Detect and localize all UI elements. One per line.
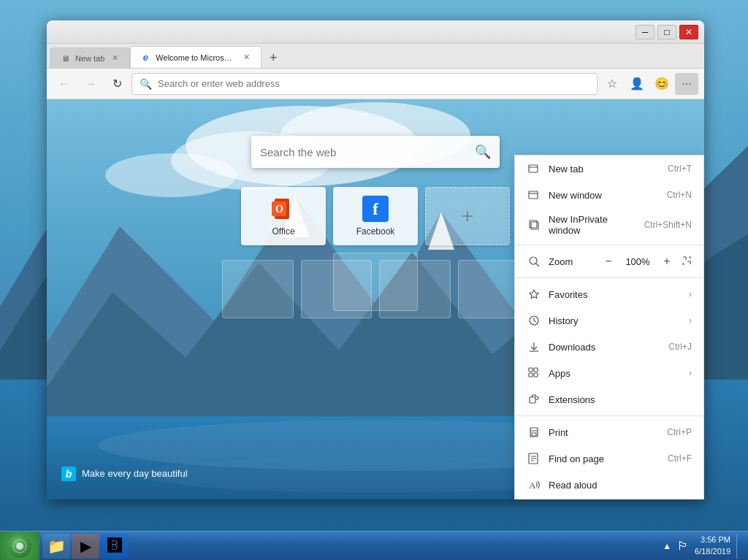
downloads-label: Downloads: [549, 342, 660, 353]
emoji-button[interactable]: 😊: [650, 73, 673, 95]
zoom-value: 100%: [623, 256, 652, 267]
search-area: 🔍: [251, 136, 500, 168]
facebook-icon: f: [362, 196, 389, 222]
search-box[interactable]: 🔍: [251, 136, 500, 168]
show-desktop-button[interactable]: [736, 534, 742, 559]
tray-expand[interactable]: ▲: [663, 541, 671, 551]
downloads-shortcut: Ctrl+J: [668, 342, 692, 352]
nav-bar: ← → ↻ 🔍 ☆ 👤 😊 ···: [47, 69, 704, 99]
quick-link-add[interactable]: +: [425, 187, 510, 245]
tab-new-tab[interactable]: 🖥 New tab ✕: [50, 47, 130, 68]
address-input[interactable]: [158, 78, 589, 89]
svg-rect-47: [532, 433, 536, 436]
tab1-close[interactable]: ✕: [109, 53, 121, 64]
svg-rect-45: [530, 397, 535, 403]
nav-toolbar: ☆ 👤 😊 ···: [600, 73, 698, 95]
menu-find-on-page[interactable]: Find on page Ctrl+F: [515, 445, 703, 472]
quick-link-empty-5[interactable]: [222, 260, 294, 318]
tab1-title: New tab: [75, 54, 104, 63]
menu-apps[interactable]: Apps ›: [515, 360, 703, 386]
taskbar-file-explorer[interactable]: 📁: [42, 534, 70, 559]
menu-print[interactable]: Print Ctrl+P: [515, 419, 703, 445]
menu-new-tab[interactable]: New tab Ctrl+T: [515, 156, 703, 182]
start-button[interactable]: [0, 532, 39, 561]
print-shortcut: Ctrl+P: [667, 427, 692, 437]
plus-icon: +: [462, 204, 473, 228]
tab2-title: Welcome to Microsoft Edge Ca...: [156, 53, 236, 62]
quick-link-office[interactable]: O Office: [241, 187, 326, 245]
extensions-icon: [527, 392, 541, 407]
quick-link-empty-6[interactable]: [301, 260, 373, 318]
address-bar[interactable]: 🔍: [131, 73, 598, 95]
add-icon: +: [454, 203, 481, 229]
menu-read-aloud[interactable]: A Read aloud: [515, 472, 703, 498]
svg-rect-31: [529, 191, 538, 199]
taskbar-media-player[interactable]: ▶: [72, 534, 99, 559]
zoom-expand-button[interactable]: [682, 256, 692, 268]
office-icon: O: [270, 196, 297, 222]
forward-button[interactable]: →: [79, 73, 102, 95]
quick-links-row2: [222, 260, 529, 318]
new-tab-shortcut: Ctrl+T: [668, 164, 692, 174]
menu-downloads[interactable]: Downloads Ctrl+J: [515, 334, 703, 360]
zoom-out-button[interactable]: −: [600, 253, 617, 270]
profile-button[interactable]: 👤: [625, 73, 649, 95]
tab2-close[interactable]: ✕: [240, 52, 252, 64]
quick-link-facebook[interactable]: f Facebook: [333, 187, 418, 245]
favorites-label: Favorites: [549, 289, 683, 300]
menu-extensions[interactable]: Extensions: [515, 386, 703, 413]
zoom-in-button[interactable]: +: [658, 253, 676, 270]
context-menu: New tab Ctrl+T New window Ctrl+N New: [514, 155, 704, 499]
menu-history[interactable]: History ›: [515, 307, 703, 334]
zoom-label: Zoom: [549, 256, 600, 267]
find-on-page-icon: [527, 451, 541, 466]
read-aloud-label: Read aloud: [549, 480, 692, 491]
taskbar-clock[interactable]: 3:56 PM 6/18/2019: [695, 534, 730, 557]
favorites-star-button[interactable]: ☆: [600, 73, 624, 95]
address-search-icon: 🔍: [140, 78, 152, 90]
new-tab-icon: [527, 161, 541, 176]
read-aloud-icon: A: [527, 477, 541, 492]
tab-welcome-edge[interactable]: e Welcome to Microsoft Edge Ca... ✕: [130, 46, 262, 68]
refresh-button[interactable]: ↻: [105, 73, 129, 95]
svg-rect-44: [534, 373, 538, 377]
favorites-icon: [527, 287, 541, 302]
history-arrow: ›: [689, 315, 692, 326]
new-tab-button[interactable]: +: [263, 47, 283, 68]
restore-button[interactable]: □: [657, 25, 676, 39]
back-button[interactable]: ←: [53, 73, 76, 95]
menu-zoom: Zoom − 100% +: [515, 248, 703, 275]
find-on-page-label: Find on page: [549, 453, 659, 464]
facebook-icon-visual: f: [362, 196, 389, 222]
svg-point-57: [16, 542, 23, 550]
zoom-controls: − 100% +: [600, 253, 692, 270]
apps-arrow: ›: [689, 368, 692, 378]
search-input[interactable]: [260, 146, 469, 158]
clock-time: 3:56 PM: [695, 534, 730, 545]
favorites-arrow: ›: [689, 289, 692, 299]
new-window-icon: [527, 188, 541, 202]
settings-more-button[interactable]: ···: [675, 73, 698, 95]
tab1-favicon: 🖥: [59, 53, 71, 64]
tray-flag[interactable]: 🏳: [677, 540, 689, 553]
taskbar-items: 📁 ▶ 🅱: [39, 532, 131, 560]
divider-2: [515, 277, 703, 278]
close-button[interactable]: ✕: [679, 25, 698, 39]
apps-icon: [527, 366, 541, 380]
bing-logo: b: [61, 467, 76, 481]
taskbar-app4[interactable]: 🅱: [101, 534, 129, 559]
quick-link-empty-7[interactable]: [379, 260, 451, 318]
svg-point-17: [105, 153, 237, 197]
start-orb: [8, 534, 31, 558]
menu-new-inprivate[interactable]: New InPrivate window Ctrl+Shift+N: [515, 208, 703, 242]
facebook-label: Facebook: [356, 226, 395, 237]
new-window-label: New window: [549, 190, 658, 201]
menu-new-window[interactable]: New window Ctrl+N: [515, 182, 703, 208]
downloads-icon: [527, 340, 541, 354]
minimize-button[interactable]: ─: [636, 25, 654, 39]
menu-more-tools[interactable]: More tools ›: [515, 498, 703, 499]
history-icon: [527, 313, 541, 328]
taskbar-tray: ▲ 🏳 3:56 PM 6/18/2019: [657, 532, 748, 560]
menu-favorites[interactable]: Favorites ›: [515, 281, 703, 307]
svg-rect-42: [534, 368, 538, 372]
